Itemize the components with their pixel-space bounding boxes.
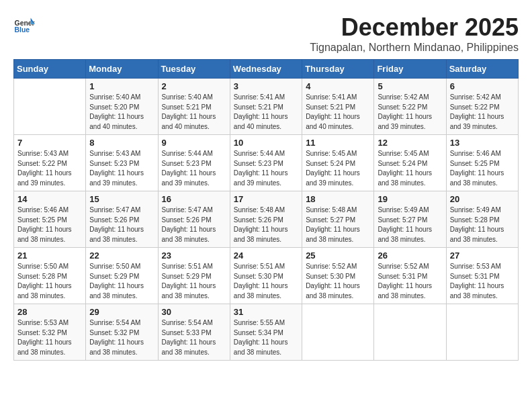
day-info: Sunrise: 5:51 AM Sunset: 5:29 PM Dayligh…: [162, 262, 226, 301]
day-number: 4: [306, 81, 370, 91]
day-info: Sunrise: 5:51 AM Sunset: 5:30 PM Dayligh…: [234, 262, 298, 301]
calendar-cell: 24Sunrise: 5:51 AM Sunset: 5:30 PM Dayli…: [230, 248, 302, 304]
weekday-header: Monday: [86, 60, 158, 79]
calendar-cell: 14Sunrise: 5:46 AM Sunset: 5:25 PM Dayli…: [14, 191, 86, 248]
day-info: Sunrise: 5:45 AM Sunset: 5:24 PM Dayligh…: [378, 149, 442, 188]
day-info: Sunrise: 5:47 AM Sunset: 5:26 PM Dayligh…: [89, 205, 154, 244]
day-number: 12: [378, 138, 442, 148]
weekday-header: Friday: [374, 60, 446, 79]
calendar-cell: 30Sunrise: 5:54 AM Sunset: 5:33 PM Dayli…: [158, 304, 230, 361]
day-info: Sunrise: 5:52 AM Sunset: 5:30 PM Dayligh…: [306, 262, 370, 301]
day-info: Sunrise: 5:43 AM Sunset: 5:23 PM Dayligh…: [89, 149, 154, 188]
calendar-cell: 29Sunrise: 5:54 AM Sunset: 5:32 PM Dayli…: [86, 304, 158, 361]
day-info: Sunrise: 5:43 AM Sunset: 5:22 PM Dayligh…: [17, 149, 82, 188]
calendar-cell: 18Sunrise: 5:48 AM Sunset: 5:27 PM Dayli…: [302, 191, 374, 248]
day-number: 10: [234, 138, 298, 148]
day-info: Sunrise: 5:44 AM Sunset: 5:23 PM Dayligh…: [162, 149, 226, 188]
day-number: 21: [17, 250, 82, 261]
calendar-cell: [446, 304, 518, 361]
day-info: Sunrise: 5:46 AM Sunset: 5:25 PM Dayligh…: [450, 149, 515, 188]
calendar-cell: [14, 79, 86, 135]
day-number: 14: [17, 194, 82, 204]
day-number: 9: [162, 138, 226, 148]
day-info: Sunrise: 5:53 AM Sunset: 5:32 PM Dayligh…: [17, 318, 82, 357]
day-info: Sunrise: 5:48 AM Sunset: 5:27 PM Dayligh…: [306, 205, 370, 244]
day-number: 27: [450, 250, 515, 261]
month-title: December 2025: [310, 13, 519, 42]
calendar-cell: 12Sunrise: 5:45 AM Sunset: 5:24 PM Dayli…: [374, 135, 446, 191]
calendar-cell: 16Sunrise: 5:47 AM Sunset: 5:26 PM Dayli…: [158, 191, 230, 248]
day-info: Sunrise: 5:49 AM Sunset: 5:28 PM Dayligh…: [450, 205, 515, 244]
day-number: 13: [450, 138, 515, 148]
location-title: Tignapalan, Northern Mindanao, Philippin…: [310, 42, 519, 54]
day-number: 8: [89, 138, 154, 148]
weekday-header: Sunday: [14, 60, 86, 79]
weekday-header: Wednesday: [230, 60, 302, 79]
calendar-cell: 6Sunrise: 5:42 AM Sunset: 5:22 PM Daylig…: [446, 79, 518, 135]
day-info: Sunrise: 5:40 AM Sunset: 5:20 PM Dayligh…: [89, 93, 154, 132]
day-info: Sunrise: 5:53 AM Sunset: 5:31 PM Dayligh…: [450, 262, 515, 301]
day-info: Sunrise: 5:42 AM Sunset: 5:22 PM Dayligh…: [450, 93, 515, 132]
weekday-header: Thursday: [302, 60, 374, 79]
calendar-cell: 19Sunrise: 5:49 AM Sunset: 5:27 PM Dayli…: [374, 191, 446, 248]
calendar-cell: 13Sunrise: 5:46 AM Sunset: 5:25 PM Dayli…: [446, 135, 518, 191]
day-number: 25: [306, 250, 370, 261]
day-number: 17: [234, 194, 298, 204]
day-number: 3: [234, 81, 298, 91]
day-number: 29: [89, 307, 154, 317]
day-info: Sunrise: 5:54 AM Sunset: 5:33 PM Dayligh…: [162, 318, 226, 357]
title-section: December 2025 Tignapalan, Northern Minda…: [310, 13, 519, 54]
day-info: Sunrise: 5:41 AM Sunset: 5:21 PM Dayligh…: [306, 93, 370, 132]
calendar-cell: 7Sunrise: 5:43 AM Sunset: 5:22 PM Daylig…: [14, 135, 86, 191]
weekday-header: Saturday: [446, 60, 518, 79]
calendar-cell: 17Sunrise: 5:48 AM Sunset: 5:26 PM Dayli…: [230, 191, 302, 248]
day-number: 16: [162, 194, 226, 204]
day-info: Sunrise: 5:50 AM Sunset: 5:28 PM Dayligh…: [17, 262, 82, 301]
day-number: 15: [89, 194, 154, 204]
day-info: Sunrise: 5:46 AM Sunset: 5:25 PM Dayligh…: [17, 205, 82, 244]
logo: General Blue: [13, 13, 38, 35]
day-info: Sunrise: 5:52 AM Sunset: 5:31 PM Dayligh…: [378, 262, 442, 301]
day-info: Sunrise: 5:54 AM Sunset: 5:32 PM Dayligh…: [89, 318, 154, 357]
day-info: Sunrise: 5:47 AM Sunset: 5:26 PM Dayligh…: [162, 205, 226, 244]
day-number: 2: [162, 81, 226, 91]
calendar-cell: 3Sunrise: 5:41 AM Sunset: 5:21 PM Daylig…: [230, 79, 302, 135]
day-number: 31: [234, 307, 298, 317]
day-number: 20: [450, 194, 515, 204]
calendar-cell: 9Sunrise: 5:44 AM Sunset: 5:23 PM Daylig…: [158, 135, 230, 191]
day-number: 26: [378, 250, 442, 261]
day-number: 24: [234, 250, 298, 261]
calendar-cell: 22Sunrise: 5:50 AM Sunset: 5:29 PM Dayli…: [86, 248, 158, 304]
calendar-cell: 26Sunrise: 5:52 AM Sunset: 5:31 PM Dayli…: [374, 248, 446, 304]
day-number: 18: [306, 194, 370, 204]
calendar-cell: [374, 304, 446, 361]
day-number: 28: [17, 307, 82, 317]
calendar-table: SundayMondayTuesdayWednesdayThursdayFrid…: [13, 59, 519, 361]
calendar-cell: 23Sunrise: 5:51 AM Sunset: 5:29 PM Dayli…: [158, 248, 230, 304]
logo-icon: General Blue: [13, 13, 35, 35]
calendar-cell: 10Sunrise: 5:44 AM Sunset: 5:23 PM Dayli…: [230, 135, 302, 191]
day-number: 7: [17, 138, 82, 148]
calendar-cell: 8Sunrise: 5:43 AM Sunset: 5:23 PM Daylig…: [86, 135, 158, 191]
day-number: 30: [162, 307, 226, 317]
calendar-cell: 28Sunrise: 5:53 AM Sunset: 5:32 PM Dayli…: [14, 304, 86, 361]
calendar-cell: 5Sunrise: 5:42 AM Sunset: 5:22 PM Daylig…: [374, 79, 446, 135]
day-info: Sunrise: 5:41 AM Sunset: 5:21 PM Dayligh…: [234, 93, 298, 132]
calendar-cell: 31Sunrise: 5:55 AM Sunset: 5:34 PM Dayli…: [230, 304, 302, 361]
calendar-cell: 25Sunrise: 5:52 AM Sunset: 5:30 PM Dayli…: [302, 248, 374, 304]
day-info: Sunrise: 5:45 AM Sunset: 5:24 PM Dayligh…: [306, 149, 370, 188]
day-info: Sunrise: 5:48 AM Sunset: 5:26 PM Dayligh…: [234, 205, 298, 244]
day-number: 6: [450, 81, 515, 91]
day-info: Sunrise: 5:42 AM Sunset: 5:22 PM Dayligh…: [378, 93, 442, 132]
calendar-cell: 1Sunrise: 5:40 AM Sunset: 5:20 PM Daylig…: [86, 79, 158, 135]
day-number: 1: [89, 81, 154, 91]
calendar-cell: 4Sunrise: 5:41 AM Sunset: 5:21 PM Daylig…: [302, 79, 374, 135]
calendar-cell: 21Sunrise: 5:50 AM Sunset: 5:28 PM Dayli…: [14, 248, 86, 304]
day-number: 19: [378, 194, 442, 204]
day-info: Sunrise: 5:40 AM Sunset: 5:21 PM Dayligh…: [162, 93, 226, 132]
day-number: 11: [306, 138, 370, 148]
day-info: Sunrise: 5:55 AM Sunset: 5:34 PM Dayligh…: [234, 318, 298, 357]
page-header: General Blue December 2025 Tignapalan, N…: [13, 13, 519, 54]
day-number: 23: [162, 250, 226, 261]
day-number: 5: [378, 81, 442, 91]
